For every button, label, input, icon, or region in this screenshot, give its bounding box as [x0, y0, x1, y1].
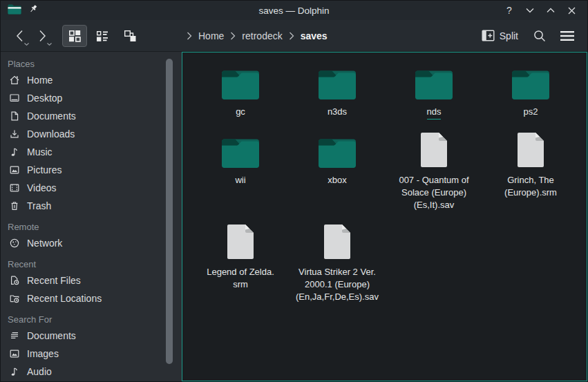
- chevron-right-icon: [187, 32, 192, 40]
- section-header-places: Places: [1, 56, 178, 71]
- file-icon: [323, 222, 352, 260]
- breadcrumb-saves[interactable]: saves: [298, 29, 330, 43]
- minimize-button[interactable]: [521, 3, 539, 18]
- item-label: n3ds: [328, 106, 347, 118]
- sidebar-item-trash[interactable]: Trash: [1, 197, 178, 215]
- sidebar-item-recent-locations[interactable]: Recent Locations: [1, 289, 178, 307]
- item-label: Solace (Europe): [399, 187, 468, 199]
- tree-view-button[interactable]: [117, 25, 142, 47]
- icons-view-button[interactable]: [62, 25, 87, 47]
- sidebar-label: Pictures: [27, 164, 62, 175]
- sidebar-item-pictures[interactable]: Pictures: [1, 161, 178, 179]
- file-icon: [516, 131, 545, 168]
- section-header-search-for: Search For: [1, 312, 178, 327]
- sidebar-label: Audio: [27, 366, 52, 377]
- hamburger-icon: [560, 31, 574, 41]
- details-view-button[interactable]: [90, 25, 115, 47]
- breadcrumb: Home retrodeck saves: [187, 29, 330, 43]
- dolphin-window: saves — Dolphin ?: [0, 0, 588, 382]
- sidebar-scrollbar[interactable]: [166, 59, 173, 364]
- pin-icon[interactable]: [28, 4, 38, 17]
- file-item-virtua-striker-2[interactable]: Virtua Striker 2 Ver. 2000.1 (Europe) (E…: [289, 222, 386, 303]
- titlebar[interactable]: saves — Dolphin ?: [1, 1, 587, 20]
- item-label: Grinch, The: [504, 174, 557, 187]
- sidebar-item-recent-files[interactable]: Recent Files: [1, 271, 178, 289]
- breadcrumb-retrodeck[interactable]: retrodeck: [240, 29, 284, 43]
- split-button[interactable]: Split: [477, 27, 522, 44]
- back-button[interactable]: [9, 25, 30, 47]
- sidebar-item-documents[interactable]: Documents: [1, 107, 178, 125]
- menu-button[interactable]: [556, 25, 579, 47]
- folder-item-xbox[interactable]: xbox: [289, 131, 386, 211]
- item-label: ps2: [524, 106, 538, 118]
- item-label: wii: [235, 174, 245, 187]
- sidebar-item-downloads[interactable]: Downloads: [1, 125, 178, 143]
- sidebar-label: Recent Locations: [27, 293, 102, 304]
- sidebar-item-music[interactable]: Music: [1, 143, 178, 161]
- item-label: Legend of Zelda.: [207, 266, 274, 278]
- sidebar-label: Home: [27, 75, 53, 86]
- item-label: xbox: [328, 174, 346, 187]
- sidebar-item-search-audio[interactable]: Audio: [1, 363, 178, 381]
- item-label: (En,Ja,Fr,De,Es).sav: [296, 291, 379, 303]
- sidebar-label: Network: [27, 238, 62, 249]
- folder-item-wii[interactable]: wii: [192, 131, 289, 211]
- search-button[interactable]: [528, 25, 551, 47]
- folder-item-ps2[interactable]: ps2: [482, 62, 579, 120]
- item-label: 007 - Quantum of: [399, 174, 468, 187]
- sidebar-label: Desktop: [27, 93, 62, 104]
- sidebar-item-home[interactable]: Home: [1, 71, 178, 89]
- folder-item-n3ds[interactable]: n3ds: [289, 62, 386, 120]
- desktop-icon: [9, 93, 20, 104]
- folder-icon: [221, 131, 260, 168]
- image-icon: [9, 348, 20, 359]
- network-icon: [9, 238, 20, 249]
- close-button[interactable]: [562, 3, 580, 18]
- recent-folder-icon: [9, 293, 20, 304]
- film-icon: [9, 182, 20, 193]
- item-label: (Europe).srm: [504, 187, 557, 199]
- item-label: 2000.1 (Europe): [296, 278, 379, 291]
- sidebar-item-search-documents[interactable]: Documents: [1, 327, 178, 345]
- sidebar-item-desktop[interactable]: Desktop: [1, 89, 178, 107]
- file-item-legend-of-zelda[interactable]: Legend of Zelda. srm: [192, 222, 289, 303]
- file-grid: gc n3ds nds ps2: [182, 52, 587, 303]
- item-label: (Es,It).sav: [399, 199, 468, 211]
- section-header-remote: Remote: [1, 219, 178, 234]
- split-label: Split: [500, 30, 518, 41]
- document-icon: [9, 111, 20, 122]
- sidebar-label: Downloads: [27, 128, 75, 140]
- forward-history-caret-icon: [47, 43, 52, 46]
- file-icon: [419, 131, 448, 168]
- sidebar-label: Images: [27, 348, 59, 359]
- file-item-007-quantum-of-solace[interactable]: 007 - Quantum of Solace (Europe) (Es,It)…: [386, 131, 482, 211]
- toolbar: Home retrodeck saves Split: [1, 20, 587, 52]
- folder-item-nds[interactable]: nds: [386, 62, 482, 120]
- sidebar-item-network[interactable]: Network: [1, 234, 178, 252]
- item-label: gc: [236, 106, 245, 118]
- view-mode-group: [62, 25, 142, 47]
- sidebar-label: Videos: [27, 182, 57, 193]
- breadcrumb-home[interactable]: Home: [196, 29, 226, 43]
- magnifier-icon: [533, 30, 546, 42]
- sidebar-label: Documents: [27, 111, 76, 122]
- dolphin-app-icon[interactable]: [8, 3, 21, 17]
- folder-icon: [415, 62, 453, 99]
- file-item-grinch-the[interactable]: Grinch, The (Europe).srm: [482, 131, 579, 211]
- split-view-icon: [482, 30, 495, 41]
- help-button[interactable]: ?: [500, 3, 518, 18]
- maximize-button[interactable]: [542, 3, 560, 18]
- folder-view[interactable]: gc n3ds nds ps2: [182, 52, 587, 381]
- places-panel: Places Home Desktop Documents: [1, 52, 178, 381]
- folder-icon: [318, 62, 357, 99]
- folder-item-gc[interactable]: gc: [192, 62, 289, 120]
- sidebar-item-search-images[interactable]: Images: [1, 345, 178, 363]
- download-icon: [9, 128, 20, 140]
- sidebar-item-videos[interactable]: Videos: [1, 179, 178, 197]
- chevron-right-icon: [230, 32, 236, 40]
- folder-icon: [318, 131, 357, 168]
- item-label: nds: [427, 106, 442, 120]
- home-icon: [9, 75, 20, 86]
- sidebar-label: Music: [27, 146, 53, 157]
- forward-button[interactable]: [32, 25, 53, 47]
